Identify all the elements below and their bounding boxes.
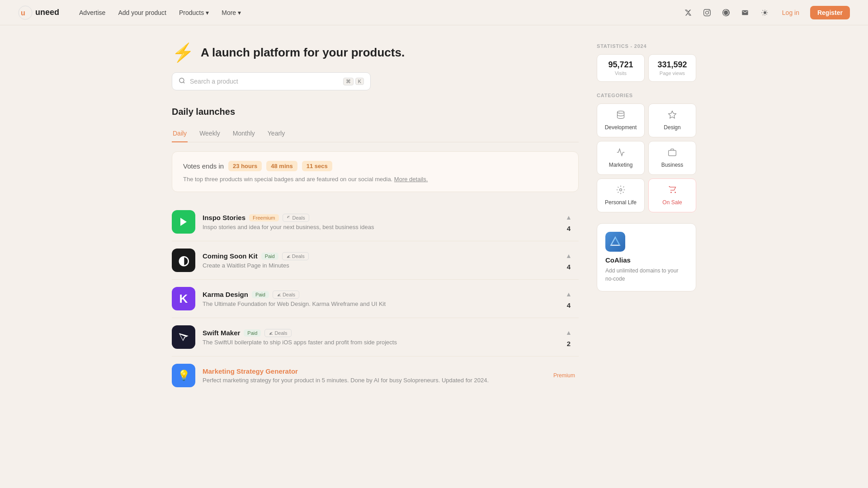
category-name: Design (664, 124, 680, 131)
launch-tabs: Daily Weekly Monthly Yearly (172, 126, 579, 142)
tab-weekly[interactable]: Weekly (198, 126, 221, 142)
more-details-link[interactable]: More details. (394, 176, 428, 183)
twitter-icon[interactable] (682, 6, 694, 19)
product-name-row: Marketing Strategy Generator (203, 367, 542, 375)
product-name-row: Inspo Stories Freemium Deals (203, 214, 552, 222)
marketing-icon (616, 148, 625, 159)
svg-rect-7 (669, 150, 676, 156)
business-icon (668, 148, 677, 159)
stat-visits: 95,721 Visits (597, 54, 645, 82)
category-name: Business (661, 162, 684, 168)
product-logo (172, 210, 195, 234)
nav-add-product[interactable]: Add your product (113, 6, 172, 19)
category-personal-life[interactable]: Personal Life (597, 178, 645, 212)
product-logo: 💡 (172, 364, 195, 387)
product-desc: The SwiftUI boilerplate to ship iOS apps… (203, 339, 552, 346)
section-title: Daily launches (172, 107, 579, 117)
product-votes: ▲ 4 (559, 289, 579, 309)
badge-paid: Paid (261, 253, 278, 260)
svg-point-2 (179, 78, 184, 83)
vote-up-btn[interactable]: ▲ (561, 327, 576, 338)
list-item: Swift Maker Paid Deals The SwiftUI boile… (172, 318, 579, 357)
product-name: Swift Maker (203, 329, 240, 337)
product-name: Coming Soon Kit (203, 252, 258, 260)
product-info: Swift Maker Paid Deals The SwiftUI boile… (203, 329, 552, 346)
badge-deals: Deals (283, 214, 309, 222)
tab-daily[interactable]: Daily (172, 126, 188, 142)
category-development[interactable]: Development (597, 103, 645, 137)
main-nav: u uneed Advertise Add your product Produ… (0, 0, 868, 25)
badge-deals: Deals (282, 252, 309, 260)
email-icon[interactable] (739, 6, 751, 19)
timer-label: Votes ends in (183, 162, 224, 170)
login-button[interactable]: Log in (776, 6, 806, 19)
stat-visits-value: 95,721 (603, 60, 639, 70)
search-placeholder: Search a product (190, 78, 339, 85)
featured-logo (605, 232, 625, 252)
instagram-icon[interactable] (701, 6, 713, 19)
products-chevron-icon: ▾ (206, 9, 209, 16)
featured-desc: Add unlimited domains to your no-code (605, 267, 688, 283)
hero-section: ⚡ A launch platform for your products. (172, 43, 579, 61)
register-button[interactable]: Register (810, 6, 850, 19)
product-name: Inspo Stories (203, 214, 245, 221)
timer-hours: 23 hours (228, 161, 262, 171)
content-area: ⚡ A launch platform for your products. S… (172, 43, 579, 394)
categories-header: CATEGORIES (597, 93, 696, 98)
stat-pageviews-label: Page views (654, 70, 690, 76)
categories-section: CATEGORIES Development Design (597, 93, 696, 212)
category-name: Personal Life (605, 199, 637, 206)
search-icon (179, 77, 185, 85)
theme-toggle-icon[interactable] (759, 6, 771, 19)
logo[interactable]: u uneed (18, 5, 59, 20)
list-item: K Karma Design Paid Deals The Ultimate F… (172, 280, 579, 318)
tab-monthly[interactable]: Monthly (232, 126, 256, 142)
product-name-row: Swift Maker Paid Deals (203, 329, 552, 337)
stats-header: STATISTICS - 2024 (597, 43, 696, 49)
nav-advertise[interactable]: Advertise (74, 6, 111, 19)
product-name-row: Coming Soon Kit Paid Deals (203, 252, 552, 260)
stat-pageviews-value: 331,592 (654, 60, 690, 70)
design-icon (668, 110, 677, 122)
badge-paid: Paid (244, 329, 261, 337)
product-info: Karma Design Paid Deals The Ultimate Fou… (203, 291, 552, 307)
svg-marker-4 (180, 218, 187, 226)
search-shortcut: ⌘ K (343, 78, 364, 85)
timer-box: Votes ends in 23 hours 48 mins 11 secs T… (172, 151, 579, 192)
vote-count: 4 (567, 263, 571, 271)
vote-up-btn[interactable]: ▲ (561, 250, 576, 261)
category-on-sale[interactable]: On Sale (648, 178, 696, 212)
tab-yearly[interactable]: Yearly (267, 126, 286, 142)
sidebar: STATISTICS - 2024 95,721 Visits 331,592 … (597, 43, 696, 394)
premium-label: Premium (550, 371, 579, 380)
stats-section: STATISTICS - 2024 95,721 Visits 331,592 … (597, 43, 696, 82)
globe-icon[interactable] (720, 6, 732, 19)
search-bar[interactable]: Search a product ⌘ K (172, 72, 371, 90)
shortcut-key1: ⌘ (343, 78, 354, 85)
featured-name: CoAlias (605, 256, 688, 264)
category-design[interactable]: Design (648, 103, 696, 137)
on-sale-icon (668, 185, 677, 197)
product-votes: ▲ 4 (559, 250, 579, 271)
stat-pageviews: 331,592 Page views (648, 54, 696, 82)
vote-up-btn[interactable]: ▲ (561, 289, 576, 300)
nav-links: Advertise Add your product Products ▾ Mo… (74, 6, 682, 19)
nav-more[interactable]: More ▾ (216, 6, 246, 19)
svg-point-10 (675, 192, 676, 193)
svg-point-9 (671, 192, 672, 193)
svg-text:u: u (21, 9, 25, 17)
personal-life-icon (616, 185, 625, 197)
vote-up-btn[interactable]: ▲ (561, 212, 576, 223)
svg-point-5 (618, 111, 624, 113)
category-business[interactable]: Business (648, 141, 696, 175)
product-info: Marketing Strategy Generator Perfect mar… (203, 367, 542, 384)
featured-card[interactable]: CoAlias Add unlimited domains to your no… (597, 223, 696, 291)
category-marketing[interactable]: Marketing (597, 141, 645, 175)
badge-paid: Paid (252, 291, 269, 298)
product-desc: Create a Waitlist Page in Minutes (203, 262, 552, 269)
product-name-row: Karma Design Paid Deals (203, 291, 552, 299)
vote-count: 4 (567, 225, 571, 232)
product-logo: ◐ (172, 249, 195, 272)
hero-title: A launch platform for your products. (201, 46, 405, 60)
nav-products[interactable]: Products ▾ (174, 6, 214, 19)
